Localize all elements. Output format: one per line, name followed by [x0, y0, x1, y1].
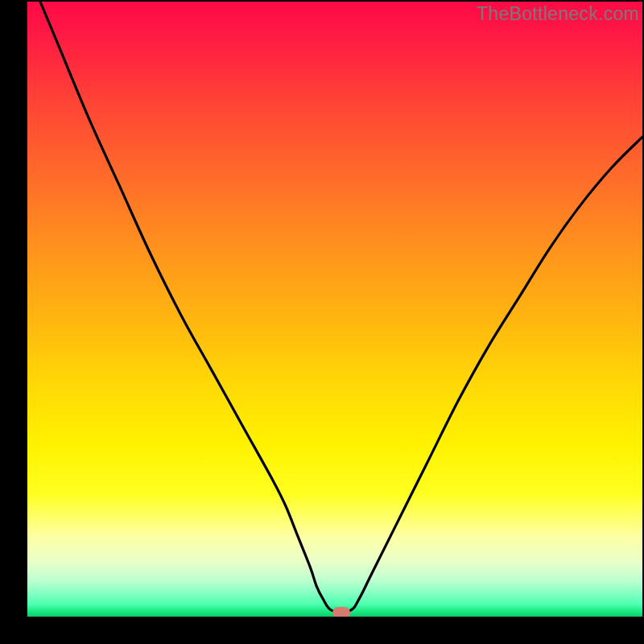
- bottleneck-curve: [27, 2, 642, 612]
- curve-layer: [27, 2, 642, 617]
- chart-frame: TheBottleneck.com: [0, 0, 644, 644]
- optimum-marker: [332, 607, 350, 617]
- watermark-text: TheBottleneck.com: [477, 3, 639, 25]
- plot-area: [27, 2, 642, 617]
